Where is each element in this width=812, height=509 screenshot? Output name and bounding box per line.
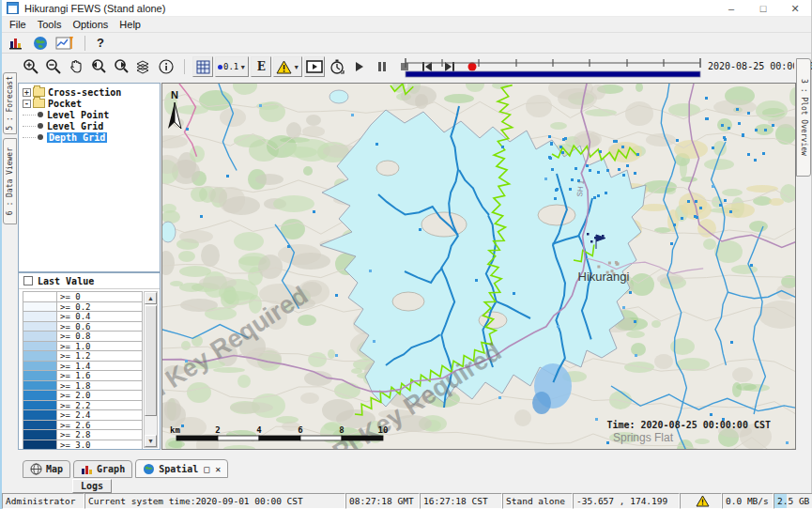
chevron-down-icon: ▼ bbox=[239, 64, 246, 70]
tree-item-label: Pocket bbox=[48, 99, 82, 109]
status-warning-icon bbox=[696, 495, 710, 507]
status-mode: Stand alone bbox=[502, 493, 573, 509]
legend-swatch bbox=[23, 312, 57, 321]
tab-maximize-icon[interactable]: □ bbox=[204, 464, 209, 474]
legend-swatch bbox=[23, 371, 57, 380]
scale-tick: 6 bbox=[298, 425, 302, 435]
legend-table: >= 0>= 0.2>= 0.4>= 0.6>= 0.8>= 1.0>= 1.2… bbox=[23, 291, 143, 449]
tree-expander-icon[interactable]: + bbox=[23, 88, 31, 97]
legend-label: >= 2.2 bbox=[57, 401, 143, 410]
interval-value: 0.1 bbox=[223, 62, 238, 71]
legend-row: >= 1.8 bbox=[23, 381, 143, 392]
classbreak-interval-dropdown[interactable]: 0.1 ▼ bbox=[215, 56, 249, 77]
help-button[interactable]: ? bbox=[91, 36, 110, 50]
legend-row: >= 0.2 bbox=[23, 302, 143, 313]
tab-map-label: Map bbox=[46, 464, 63, 474]
time-slider[interactable] bbox=[404, 57, 702, 79]
tab-map[interactable]: Map bbox=[23, 460, 70, 478]
globe-icon bbox=[143, 463, 155, 475]
zoom-next-icon[interactable] bbox=[111, 56, 131, 77]
legend-swatch bbox=[23, 421, 57, 430]
legend-label: >= 2.0 bbox=[57, 391, 143, 400]
legend-label: >= 2.6 bbox=[57, 421, 143, 430]
zoom-out-icon[interactable] bbox=[43, 56, 64, 77]
legend-label: >= 1.6 bbox=[57, 371, 143, 380]
tab-plot-overview[interactable]: 3 : Plot Overview bbox=[796, 58, 811, 177]
menu-options[interactable]: Options bbox=[69, 19, 115, 30]
legend-row: >= 1.0 bbox=[23, 342, 143, 352]
tree-item-level-point[interactable]: Level Point bbox=[23, 109, 160, 120]
info-icon[interactable] bbox=[156, 56, 176, 77]
minimize-button[interactable]: – bbox=[715, 0, 747, 17]
map-time-label: Time: 2020-08-25 00:00:00 CST bbox=[606, 420, 771, 430]
logs-button[interactable]: Logs bbox=[72, 479, 112, 493]
status-warning-cell[interactable] bbox=[680, 493, 722, 509]
menu-file[interactable]: File bbox=[6, 19, 34, 30]
legend-row: >= 1.4 bbox=[23, 362, 143, 372]
zoom-previous-icon[interactable] bbox=[88, 56, 109, 77]
legend-swatch bbox=[23, 351, 57, 361]
town-label: Hikurangi bbox=[578, 270, 630, 284]
tab-data-viewer-label: 6 : Data Viewer bbox=[6, 147, 14, 215]
map-view[interactable]: API Key Required API Key Required N Hiku… bbox=[161, 83, 796, 450]
legend-swatch bbox=[23, 430, 57, 440]
globe-explorer-icon[interactable] bbox=[30, 35, 51, 52]
menu-tools[interactable]: Tools bbox=[34, 19, 69, 30]
toolbar-separator bbox=[84, 36, 85, 51]
status-coordinates: -35.657 , 174.199 bbox=[573, 493, 680, 509]
north-label: N bbox=[171, 89, 178, 100]
legend-label: >= 0.4 bbox=[57, 312, 143, 321]
tree-item-label: Level Grid bbox=[47, 121, 103, 131]
zoom-in-icon[interactable] bbox=[21, 56, 41, 77]
legend-label: >= 2.4 bbox=[57, 410, 143, 420]
scale-unit-label: km bbox=[170, 425, 180, 435]
status-memory[interactable]: 2.5 GB bbox=[774, 493, 812, 509]
node-bullet-icon bbox=[38, 112, 43, 117]
tree-item-depth-grid[interactable]: Depth Grid bbox=[23, 131, 160, 143]
globe-wire-icon bbox=[30, 463, 42, 475]
tree-item-level-grid[interactable]: Level Grid bbox=[23, 120, 160, 131]
play-button[interactable] bbox=[349, 56, 370, 77]
legend-swatch bbox=[23, 362, 57, 371]
grid-display-button[interactable] bbox=[192, 56, 213, 77]
legend-title: Last Value bbox=[38, 276, 94, 286]
thresholds-warning-dropdown[interactable]: ▼ bbox=[273, 56, 302, 77]
scroll-down-icon[interactable]: ▼ bbox=[145, 435, 157, 447]
pan-hand-icon[interactable] bbox=[66, 56, 86, 77]
legend-swatch bbox=[23, 332, 57, 341]
status-download-rate: 0.0 MB/s bbox=[722, 493, 774, 509]
close-button[interactable]: ✕ bbox=[779, 0, 811, 17]
maximize-button[interactable]: □ bbox=[747, 0, 779, 17]
tab-forecast[interactable]: 5 : Forecast bbox=[3, 72, 17, 134]
scale-tick: 2 bbox=[215, 425, 220, 435]
tab-data-viewer[interactable]: 6 : Data Viewer bbox=[3, 138, 17, 224]
last-value-checkbox[interactable] bbox=[23, 276, 33, 285]
legend-row: >= 2.8 bbox=[23, 430, 143, 440]
legend-label: >= 2.8 bbox=[57, 430, 143, 440]
database-viewer-icon[interactable] bbox=[6, 35, 26, 52]
legend-label: >= 1.4 bbox=[57, 362, 143, 371]
tab-spatial[interactable]: Spatial □ ✕ bbox=[135, 459, 228, 478]
tab-graph[interactable]: Graph bbox=[73, 460, 132, 478]
map-toolbar: 0.1 ▼ E ▼ bbox=[2, 54, 811, 83]
layers-icon[interactable] bbox=[133, 56, 154, 77]
scrollbar-thumb[interactable] bbox=[145, 305, 157, 416]
timer-icon[interactable] bbox=[327, 56, 347, 77]
tree-item-cross-section[interactable]: +Cross-section bbox=[23, 86, 160, 98]
main-toolbar: ? bbox=[2, 33, 811, 54]
tree-item-pocket[interactable]: -Pocket bbox=[23, 98, 160, 109]
menu-help[interactable]: Help bbox=[115, 19, 148, 30]
legend-panel: Last Value >= 0>= 0.2>= 0.4>= 0.6>= 0.8>… bbox=[18, 272, 161, 450]
scroll-up-icon[interactable]: ▲ bbox=[145, 292, 157, 304]
status-bar: Administrator Current system time:2020-0… bbox=[2, 493, 811, 509]
timeseries-chart-icon[interactable] bbox=[54, 35, 75, 52]
window-title: Hikurangi FEWS (Stand alone) bbox=[24, 3, 165, 14]
menu-bar: File Tools Options Help bbox=[2, 17, 811, 33]
pause-button[interactable] bbox=[372, 56, 392, 77]
animation-export-button[interactable] bbox=[304, 56, 325, 77]
tab-close-icon[interactable]: ✕ bbox=[215, 464, 221, 474]
tree-expander-icon[interactable]: - bbox=[23, 100, 31, 108]
legend-swatch bbox=[23, 410, 57, 420]
legend-scrollbar[interactable]: ▲ ▼ bbox=[144, 291, 158, 448]
profile-button[interactable]: E bbox=[251, 56, 271, 77]
